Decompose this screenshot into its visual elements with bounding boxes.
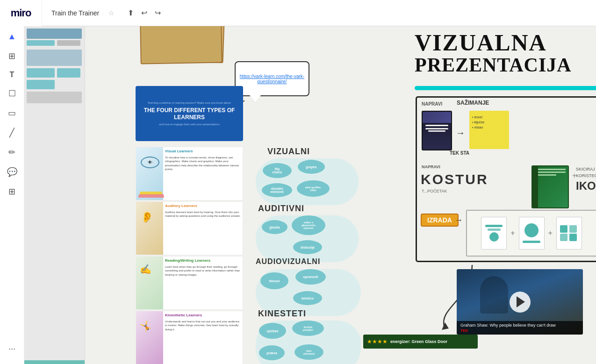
thumb-el-1 xyxy=(27,29,82,39)
visual-text: To visualize how a concept works, show d… xyxy=(165,156,241,171)
kinesthetic-title: Kinesthetic Learners xyxy=(165,313,202,317)
t-label: T...POČETAK xyxy=(422,189,447,193)
energizer-text: energizer: Green Glass Door xyxy=(390,339,447,344)
reading-panel-inner: ✍ Reading/Writing Learners Learn best wh… xyxy=(136,257,243,309)
thumb-el-4 xyxy=(27,50,82,66)
vizualni-node-2: graphs xyxy=(298,160,325,174)
vizualna-underline xyxy=(415,86,596,90)
thumb-el-8 xyxy=(27,92,82,103)
thumb-el-5 xyxy=(27,68,55,78)
napravi-label2: NAPRAVI xyxy=(422,164,440,169)
ikone-label: IKONE xyxy=(576,179,596,193)
auditivni-node-3: diskusija xyxy=(293,240,322,254)
hand-drawn-box: NAPRAVI SAŽIMANJE → • izvuci • ključne •… xyxy=(416,96,596,262)
vark-link[interactable]: https://vark-learn.com/the-vark-question… xyxy=(238,74,306,84)
eye-icon: 👁 xyxy=(141,157,159,168)
slide-subtitle: Running a webinar or training session? M… xyxy=(148,101,230,104)
ted-badge: TED xyxy=(460,328,579,333)
sazimanje-napravi-label: NAPRAVI xyxy=(422,101,442,107)
frames-tool-icon[interactable]: ⊞ xyxy=(8,51,15,61)
vizualna-area: VIZUALNA PREZENTACIJA NAPRAVI SAŽIMANJE … xyxy=(410,26,596,269)
izrada-arrow: → xyxy=(454,215,463,225)
undo-icon[interactable]: ↩ xyxy=(141,8,147,17)
hand-icon: 🤸 xyxy=(140,321,151,332)
kinesthetic-learners-panel: 🤸 Kinesthetic Learners Understands and l… xyxy=(136,311,243,364)
audiovizualni-node-2: upranosti xyxy=(295,269,326,285)
koristec-label: KORISTEĆ xyxy=(576,173,596,178)
line-tool-icon[interactable]: ╱ xyxy=(9,128,14,138)
sazimanje-book-icon xyxy=(422,111,452,150)
thumbnail-inner xyxy=(24,26,85,364)
kinesteti-node-1: vježbae xyxy=(259,323,286,339)
vizualni-node-3: vizualnielementi xyxy=(262,183,292,197)
tab-title[interactable]: Train the Trainer xyxy=(48,7,103,19)
video-title-bar: Graham Shaw: Why people believe they can… xyxy=(457,321,583,335)
left-sidebar: ▲ ⊞ T ☐ ▭ ╱ ✏ 💬 ⊞ ··· xyxy=(0,26,24,364)
paper-stack-front xyxy=(140,26,223,64)
topbar: miro Train the Trainer ☆ ⬆ ↩ ↪ xyxy=(0,0,596,26)
thumb-el-2 xyxy=(27,40,55,46)
kinesteti-node-4: fizicelementi xyxy=(294,344,323,360)
visual-panel-inner: 👁 Visual Learners To visualize how a con… xyxy=(136,147,243,200)
blue-slide: Running a webinar or training session? M… xyxy=(136,86,243,141)
kinesthetic-text: Understands and learns that can put you … xyxy=(165,320,241,331)
export-icon[interactable]: ⬆ xyxy=(128,8,134,17)
logo-text: miro xyxy=(11,7,31,19)
video-panel[interactable]: Graham Shaw: Why people believe they can… xyxy=(457,269,583,335)
cursor-tool-icon[interactable]: ▲ xyxy=(8,32,16,42)
reading-title: Reading/Writing Learners xyxy=(165,258,210,263)
energizer-bar[interactable]: ★★★★ energizer: Green Glass Door xyxy=(363,335,478,349)
redo-icon[interactable]: ↪ xyxy=(155,8,161,17)
more-tool-icon[interactable]: ··· xyxy=(8,344,15,353)
thumb-el-6 xyxy=(57,68,80,78)
tab-area: Train the Trainer ☆ xyxy=(42,0,120,26)
slide-plus-1: + xyxy=(510,229,515,237)
slide-examples: + + xyxy=(466,210,596,257)
thumbnail-panel xyxy=(24,26,85,364)
thumb-el-3 xyxy=(57,40,80,46)
speech-bubble: https://vark-learn.com/the-vark-question… xyxy=(235,61,309,96)
logo[interactable]: miro xyxy=(0,0,42,26)
energizer-stars: ★★★★ xyxy=(367,338,388,345)
vizualni-node-4: web grafike,slike xyxy=(297,180,330,197)
rainbow-bar-1 xyxy=(138,194,164,198)
slide-desc: and how to engage them with your present… xyxy=(159,123,219,126)
slide-example-1 xyxy=(481,217,507,250)
auditory-learners-panel: 👂 Auditory Learners Auditory learners le… xyxy=(136,201,243,255)
slide-plus-2: + xyxy=(548,229,553,237)
auditivni-label: AUDITIVNI xyxy=(258,204,304,214)
ear-icon: 👂 xyxy=(141,211,153,223)
vizualni-label: VIZUALNI xyxy=(267,147,310,157)
video-thumbnail: Graham Shaw: Why people believe they can… xyxy=(457,269,583,335)
vizualni-node-1: flipcharts xyxy=(263,163,292,178)
rainbow-bar-2 xyxy=(140,192,162,194)
shape-tool-icon[interactable]: ▭ xyxy=(8,108,16,118)
slide-example-3 xyxy=(556,217,582,250)
sazimanje-label: SAŽIMANJE xyxy=(457,100,489,106)
izrada-label: IZRADA xyxy=(421,214,459,227)
comment-tool-icon[interactable]: 💬 xyxy=(7,167,17,177)
apps-tool-icon[interactable]: ⊞ xyxy=(8,186,15,197)
vizualna-title-line2: PREZENTACIJA xyxy=(415,55,572,75)
play-button[interactable] xyxy=(510,292,531,313)
slide-example-2 xyxy=(519,217,545,250)
thumb-el-7 xyxy=(27,80,55,89)
sticky-tool-icon[interactable]: ☐ xyxy=(8,88,16,99)
kinesteti-node-3: praksa xyxy=(259,345,285,360)
draw-tool-icon[interactable]: ✏ xyxy=(8,147,15,157)
auditory-panel-inner: 👂 Auditory Learners Auditory learners le… xyxy=(136,202,243,255)
star-icon[interactable]: ☆ xyxy=(108,9,115,17)
skiciraj-label: SKICIRAJ xyxy=(576,167,595,171)
sticky-yellow: • izvuci • ključne • misao xyxy=(469,111,509,149)
person-silhouette xyxy=(480,276,508,314)
audiovizualni-node-3: tekstice xyxy=(293,291,322,305)
svg-marker-0 xyxy=(442,322,449,330)
auditivni-node-2: video sglasovnimopisom xyxy=(292,215,325,235)
thumb-scrollbar[interactable] xyxy=(24,360,85,364)
text-tool-icon[interactable]: T xyxy=(10,71,14,79)
kinesteti-node-2: kvizijeprimjeri xyxy=(292,321,324,336)
play-triangle-icon xyxy=(517,296,525,307)
kostur-label: KOSTUR xyxy=(421,171,488,187)
auditory-title: Auditory Learners xyxy=(165,204,197,208)
kinesteti-label: KINESTETI xyxy=(258,309,306,319)
